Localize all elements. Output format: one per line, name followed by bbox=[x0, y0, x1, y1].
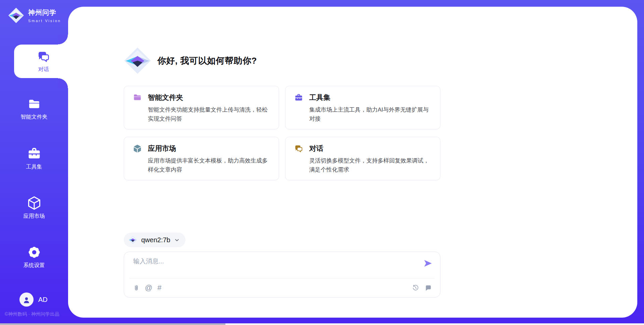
card-title: 工具集 bbox=[309, 93, 330, 102]
history-button[interactable] bbox=[412, 284, 419, 291]
composer-divider bbox=[129, 278, 435, 278]
sidebar-item-label: 智能文件夹 bbox=[21, 114, 48, 121]
greeting-diamond-icon bbox=[124, 47, 151, 74]
brand-logo: 神州问学 Smart Vision bbox=[8, 7, 61, 23]
sidebar-item-label: 工具集 bbox=[26, 164, 42, 171]
card-head: 智能文件夹 bbox=[133, 93, 272, 102]
toolbox-icon bbox=[27, 146, 42, 161]
card-title: 智能文件夹 bbox=[148, 93, 183, 102]
card-description: 智能文件夹功能支持批量文件上传与清洗，轻松实现文件问答 bbox=[148, 105, 272, 123]
active-tab-fillet-top bbox=[58, 35, 68, 45]
sidebar-item-label: 系统设置 bbox=[23, 262, 45, 269]
card-toolset[interactable]: 工具集 集成市场上主流工具，助力AI与外界无缝扩展与对接 bbox=[285, 86, 440, 129]
person-icon bbox=[22, 296, 31, 305]
folder-icon bbox=[27, 98, 41, 111]
composer-tools: @ # bbox=[133, 281, 167, 294]
mention-button[interactable]: @ bbox=[145, 284, 152, 291]
card-description: 灵活切换多模型文件，支持多样回复效果调试，满足个性化需求 bbox=[309, 156, 433, 174]
paperclip-icon bbox=[133, 284, 140, 291]
greeting-text: 你好, 我可以如何帮助你? bbox=[157, 55, 257, 67]
active-tab-fillet-bottom bbox=[58, 78, 68, 88]
attach-file-button[interactable] bbox=[133, 284, 140, 291]
main-content: 你好, 我可以如何帮助你? 智能文件夹 智能文件夹功能支持批量文件上传与清洗，轻… bbox=[124, 0, 440, 298]
card-description: 应用市场提供丰富长文本模板，助力高效生成多样化文章内容 bbox=[148, 156, 272, 174]
copyright-text: ©神州数码 · 神州问学出品 bbox=[5, 311, 59, 317]
toolbox-icon bbox=[294, 93, 303, 102]
horizontal-scrollbar bbox=[0, 323, 644, 325]
at-icon: @ bbox=[145, 284, 152, 291]
brand-subtitle: Smart Vision bbox=[28, 19, 61, 23]
user-name: AD bbox=[38, 296, 48, 304]
chat-icon bbox=[294, 144, 303, 153]
folder-icon bbox=[133, 93, 142, 102]
topic-button[interactable]: # bbox=[157, 284, 161, 291]
message-composer: @ # bbox=[124, 252, 440, 298]
model-selector[interactable]: qwen2:7b bbox=[124, 233, 185, 247]
brand-name: 神州问学 bbox=[28, 8, 61, 17]
feedback-button[interactable] bbox=[425, 284, 432, 291]
card-title: 应用市场 bbox=[148, 144, 176, 153]
card-head: 对话 bbox=[294, 144, 433, 153]
cube-icon bbox=[27, 196, 42, 210]
card-app-market[interactable]: 应用市场 应用市场提供丰富长文本模板，助力高效生成多样化文章内容 bbox=[124, 137, 279, 180]
avatar bbox=[19, 292, 34, 307]
card-smart-folder[interactable]: 智能文件夹 智能文件夹功能支持批量文件上传与清洗，轻松实现文件问答 bbox=[124, 86, 279, 129]
composer-actions bbox=[407, 281, 432, 294]
chevron-down-icon bbox=[174, 237, 180, 243]
card-title: 对话 bbox=[309, 144, 323, 153]
send-icon[interactable] bbox=[423, 259, 433, 268]
gear-icon bbox=[27, 245, 42, 260]
card-head: 工具集 bbox=[294, 93, 433, 102]
greeting: 你好, 我可以如何帮助你? bbox=[124, 47, 440, 74]
sidebar: 神州问学 Smart Vision 对话 智能文件夹 工具集 应用市场 系统设置… bbox=[0, 0, 68, 325]
history-icon bbox=[412, 284, 419, 291]
cube-icon bbox=[133, 144, 142, 153]
brand-text: 神州问学 Smart Vision bbox=[28, 8, 61, 23]
feature-cards: 智能文件夹 智能文件夹功能支持批量文件上传与清洗，轻松实现文件问答 工具集 集成… bbox=[124, 86, 440, 180]
sidebar-item-toolset[interactable]: 工具集 bbox=[0, 146, 68, 171]
hash-icon: # bbox=[157, 284, 161, 291]
message-input[interactable] bbox=[133, 257, 415, 275]
sidebar-item-app-market[interactable]: 应用市场 bbox=[0, 196, 68, 220]
model-name: qwen2:7b bbox=[141, 236, 170, 244]
sidebar-item-chat[interactable]: 对话 bbox=[14, 45, 73, 78]
brand-diamond-icon bbox=[128, 236, 137, 244]
sidebar-item-label: 对话 bbox=[38, 66, 49, 73]
card-chat[interactable]: 对话 灵活切换多模型文件，支持多样回复效果调试，满足个性化需求 bbox=[285, 137, 440, 180]
sidebar-item-label: 应用市场 bbox=[23, 213, 45, 220]
user-profile[interactable]: AD bbox=[19, 292, 48, 307]
brand-diamond-icon bbox=[8, 7, 24, 23]
chat-bubble-icon bbox=[425, 284, 432, 291]
card-head: 应用市场 bbox=[133, 144, 272, 153]
scrollbar-thumb[interactable] bbox=[0, 323, 225, 325]
sidebar-item-system-settings[interactable]: 系统设置 bbox=[0, 245, 68, 269]
sidebar-item-smart-folder[interactable]: 智能文件夹 bbox=[0, 98, 68, 121]
chat-icon bbox=[36, 50, 51, 63]
card-description: 集成市场上主流工具，助力AI与外界无缝扩展与对接 bbox=[309, 105, 433, 123]
